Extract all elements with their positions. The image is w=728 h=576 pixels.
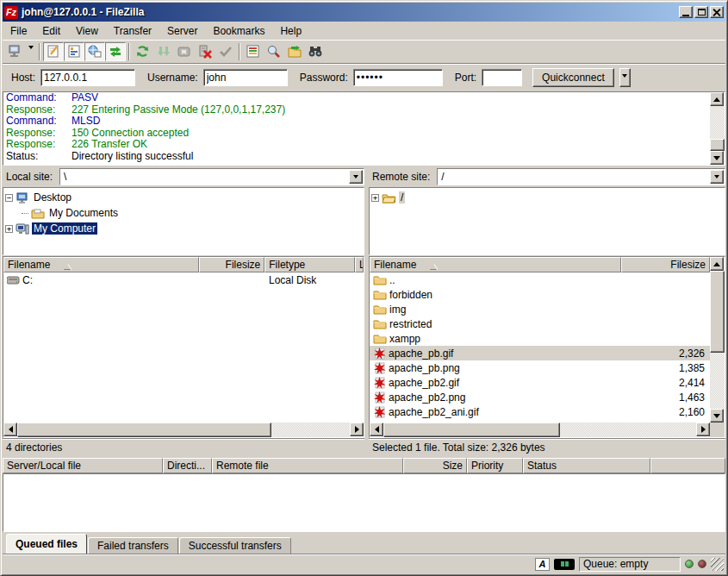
remote-file-row[interactable]: apache_pb.png1,385	[370, 360, 710, 375]
cancel-operation-button[interactable]	[174, 42, 195, 61]
host-input[interactable]	[40, 69, 135, 86]
close-button[interactable]	[710, 6, 724, 18]
filter-button[interactable]	[243, 42, 264, 61]
remote-vertical-scrollbar[interactable]	[710, 257, 725, 423]
file-search-button[interactable]	[264, 42, 284, 61]
scrollbar-thumb[interactable]	[17, 423, 271, 437]
remote-file-row[interactable]: img	[370, 302, 710, 316]
tree-item-root[interactable]: + /	[371, 190, 723, 205]
scrollbar-thumb[interactable]	[710, 139, 725, 151]
speed-limit-indicator-icon[interactable]	[554, 559, 575, 570]
refresh-button[interactable]	[133, 42, 153, 61]
scroll-up-button[interactable]	[710, 257, 724, 271]
toggle-remote-tree-button[interactable]	[84, 42, 105, 61]
menu-help[interactable]: Help	[272, 23, 309, 39]
remote-file-row[interactable]: ..	[370, 272, 710, 287]
password-input[interactable]	[353, 69, 443, 86]
scrollbar-track[interactable]	[710, 353, 725, 409]
scroll-up-button[interactable]	[710, 92, 724, 106]
column-header-filesize[interactable]: Filesize	[199, 257, 264, 272]
remote-file-row[interactable]: apache_pb2_ani.gif2,160	[370, 404, 710, 419]
arrow-right-icon	[355, 426, 363, 433]
column-header-last-modified[interactable]: L	[355, 257, 364, 272]
tab-failed-transfers[interactable]: Failed transfers	[88, 537, 178, 554]
quickconnect-dropdown-button[interactable]	[619, 68, 631, 87]
column-header-filesize[interactable]: Filesize	[621, 257, 710, 272]
tree-item-my-documents[interactable]: My Documents	[5, 205, 362, 221]
toggle-transfer-queue-button[interactable]	[105, 42, 126, 61]
scroll-left-button[interactable]	[370, 423, 383, 436]
expand-expander-icon[interactable]: +	[371, 194, 379, 202]
tab-queued-files[interactable]: Queued files	[6, 534, 87, 554]
column-header-direction[interactable]: Directi...	[163, 458, 212, 473]
menu-file[interactable]: File	[3, 23, 34, 39]
folder-icon	[373, 333, 387, 344]
remote-file-row[interactable]: apache_pb.gif2,326	[370, 346, 710, 360]
transfer-type-indicator-icon[interactable]: A	[535, 558, 550, 571]
disconnect-button[interactable]	[195, 42, 215, 61]
directory-comparison-button[interactable]	[305, 42, 326, 61]
disconnect-icon	[197, 44, 213, 59]
column-header-status[interactable]: Status	[523, 458, 650, 473]
toolbar-separator	[39, 43, 40, 60]
tree-item-desktop[interactable]: − Desktop	[5, 190, 362, 205]
scroll-down-button[interactable]	[710, 409, 724, 423]
scrollbar-track[interactable]	[560, 423, 696, 437]
column-header-priority[interactable]: Priority	[467, 458, 523, 473]
local-list-body: C: Local Disk	[3, 272, 364, 423]
menu-bookmarks[interactable]: Bookmarks	[205, 23, 272, 39]
local-site-bar: Local site: \	[3, 167, 364, 186]
toggle-message-log-button[interactable]	[43, 42, 64, 61]
remote-site-combobox[interactable]: /	[437, 168, 725, 185]
scrollbar-thumb[interactable]	[383, 423, 560, 437]
local-file-row[interactable]: C: Local Disk	[3, 272, 364, 287]
toggle-local-tree-button[interactable]	[64, 42, 84, 61]
toolbar	[3, 40, 725, 63]
site-manager-dropdown-button[interactable]	[25, 42, 36, 61]
minimize-button[interactable]	[679, 6, 693, 18]
column-header-filename[interactable]: Filename	[3, 257, 199, 272]
local-horizontal-scrollbar[interactable]	[3, 423, 364, 437]
collapse-expander-icon[interactable]: −	[5, 194, 13, 202]
quickconnect-button[interactable]: Quickconnect	[532, 68, 614, 87]
menu-transfer[interactable]: Transfer	[106, 23, 159, 39]
column-header-remote-file[interactable]: Remote file	[212, 458, 403, 473]
process-queue-button[interactable]	[153, 42, 174, 61]
remote-site-dropdown-button[interactable]	[710, 170, 724, 184]
tree-item-label: My Computer	[32, 222, 97, 235]
scroll-right-button[interactable]	[696, 423, 710, 436]
local-site-dropdown-button[interactable]	[349, 170, 363, 184]
column-header-server-local-file[interactable]: Server/Local file	[3, 458, 163, 473]
dropdown-arrow-icon	[28, 46, 34, 52]
port-input[interactable]	[482, 69, 522, 86]
menu-view[interactable]: View	[68, 23, 106, 39]
synchronized-browsing-button[interactable]	[284, 42, 305, 61]
column-header-filetype[interactable]: Filetype	[264, 257, 355, 272]
log-vertical-scrollbar[interactable]	[710, 92, 725, 165]
column-header-size[interactable]: Size	[403, 458, 467, 473]
scroll-right-button[interactable]	[350, 423, 364, 436]
remote-file-row[interactable]: forbidden	[370, 287, 710, 302]
expand-expander-icon[interactable]: +	[5, 225, 13, 233]
scroll-down-button[interactable]	[710, 151, 724, 165]
tab-successful-transfers[interactable]: Successful transfers	[179, 537, 291, 554]
remote-file-row[interactable]: apache_pb2.png1,463	[370, 390, 710, 404]
username-input[interactable]	[203, 69, 288, 86]
scrollbar-track[interactable]	[271, 423, 350, 437]
maximize-button[interactable]	[694, 6, 708, 18]
scrollbar-track[interactable]	[710, 106, 725, 139]
remote-file-row[interactable]: xampp	[370, 331, 710, 346]
scrollbar-thumb[interactable]	[710, 271, 725, 353]
remote-file-row[interactable]: restricted	[370, 316, 710, 331]
menu-edit[interactable]: Edit	[34, 23, 68, 39]
site-manager-button[interactable]	[4, 42, 25, 61]
menu-server[interactable]: Server	[159, 23, 205, 39]
resize-grip[interactable]	[711, 558, 724, 571]
reconnect-button[interactable]	[215, 42, 236, 61]
remote-file-row[interactable]: apache_pb2.gif2,414	[370, 375, 710, 390]
scroll-left-button[interactable]	[3, 423, 17, 436]
local-site-combobox[interactable]: \	[59, 168, 364, 185]
column-header-filename[interactable]: Filename	[370, 257, 621, 272]
tree-item-my-computer[interactable]: + My Computer	[5, 221, 362, 236]
remote-horizontal-scrollbar[interactable]	[370, 423, 710, 437]
